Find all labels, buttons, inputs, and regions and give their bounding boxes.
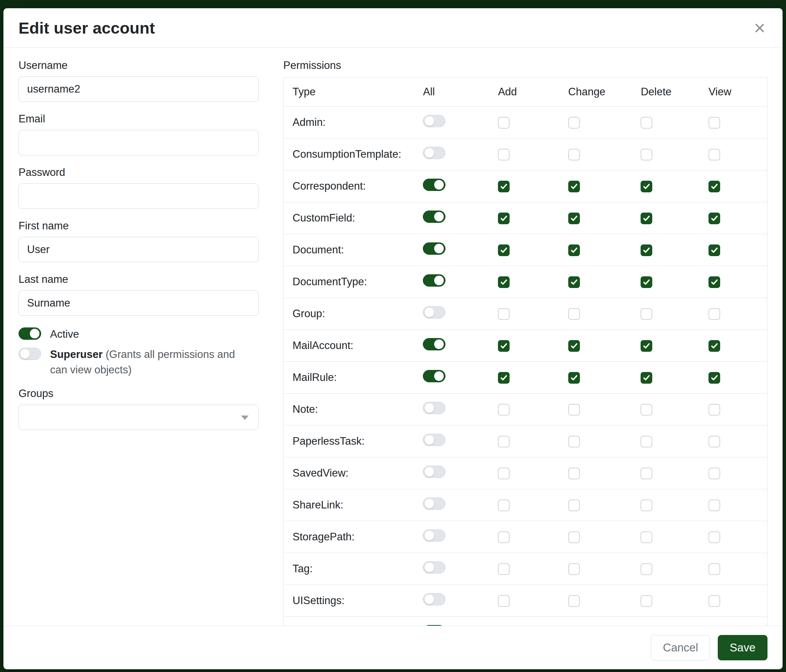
permission-add-checkbox[interactable] [498, 149, 509, 160]
permission-add-checkbox[interactable] [498, 340, 509, 352]
permission-delete-checkbox[interactable] [641, 308, 652, 320]
permission-all-toggle[interactable] [423, 338, 445, 350]
permission-row: ConsumptionTemplate: [284, 138, 767, 170]
permission-view-checkbox[interactable] [709, 117, 720, 129]
permission-view-checkbox[interactable] [709, 340, 720, 352]
permission-delete-checkbox[interactable] [641, 276, 652, 288]
permission-change-checkbox[interactable] [568, 404, 580, 416]
permission-all-toggle[interactable] [423, 529, 445, 542]
permission-all-toggle[interactable] [423, 179, 445, 191]
permission-view-checkbox[interactable] [709, 531, 720, 543]
permission-view-checkbox[interactable] [709, 308, 720, 320]
permission-add-checkbox[interactable] [498, 213, 509, 224]
permission-change-checkbox[interactable] [568, 181, 580, 192]
save-button[interactable]: Save [718, 635, 767, 660]
cancel-button[interactable]: Cancel [651, 635, 710, 660]
permission-all-toggle[interactable] [423, 625, 445, 626]
groups-select[interactable] [19, 405, 259, 430]
permission-all-toggle[interactable] [423, 466, 445, 478]
permission-change-checkbox[interactable] [568, 245, 580, 256]
permission-delete-checkbox[interactable] [641, 563, 652, 575]
permission-all-toggle[interactable] [423, 370, 445, 382]
permission-delete-checkbox[interactable] [641, 531, 652, 543]
permission-delete-checkbox[interactable] [641, 404, 652, 416]
permission-all-toggle[interactable] [423, 498, 445, 510]
permission-add-checkbox[interactable] [498, 595, 509, 607]
permission-all-toggle[interactable] [423, 402, 445, 414]
toggle-knob [424, 148, 434, 158]
permission-add-checkbox[interactable] [498, 468, 509, 479]
permission-view-checkbox[interactable] [709, 149, 720, 160]
permission-view-checkbox[interactable] [709, 595, 720, 607]
permission-change-checkbox[interactable] [568, 531, 580, 543]
permission-add-checkbox[interactable] [498, 276, 509, 288]
permission-change-checkbox[interactable] [568, 276, 580, 288]
permission-delete-checkbox[interactable] [641, 499, 652, 511]
superuser-toggle[interactable] [19, 348, 41, 360]
permission-delete-cell [632, 585, 700, 617]
permission-change-checkbox[interactable] [568, 499, 580, 511]
permission-delete-checkbox[interactable] [641, 436, 652, 447]
permission-delete-checkbox[interactable] [641, 468, 652, 479]
permission-delete-checkbox[interactable] [641, 340, 652, 352]
permission-add-checkbox[interactable] [498, 372, 509, 384]
permission-all-toggle[interactable] [423, 306, 445, 319]
permission-delete-checkbox[interactable] [641, 149, 652, 160]
permission-add-checkbox[interactable] [498, 308, 509, 320]
permission-change-checkbox[interactable] [568, 213, 580, 224]
email-input[interactable] [19, 130, 259, 155]
permission-delete-checkbox[interactable] [641, 595, 652, 607]
permission-all-toggle[interactable] [423, 210, 445, 223]
permission-change-checkbox[interactable] [568, 340, 580, 352]
permission-change-checkbox[interactable] [568, 468, 580, 479]
password-input[interactable] [19, 184, 259, 209]
first-name-input[interactable] [19, 237, 259, 262]
permission-change-checkbox[interactable] [568, 308, 580, 320]
permission-view-cell [700, 585, 767, 617]
permission-all-toggle[interactable] [423, 434, 445, 446]
close-icon[interactable]: × [752, 18, 767, 38]
permission-change-cell [559, 170, 632, 202]
permission-add-checkbox[interactable] [498, 181, 509, 192]
permission-view-checkbox[interactable] [709, 404, 720, 416]
permission-view-checkbox[interactable] [709, 372, 720, 384]
permission-view-checkbox[interactable] [709, 276, 720, 288]
permission-delete-checkbox[interactable] [641, 245, 652, 256]
permission-delete-checkbox[interactable] [641, 372, 652, 384]
permission-change-checkbox[interactable] [568, 595, 580, 607]
permission-change-checkbox[interactable] [568, 117, 580, 129]
permission-view-checkbox[interactable] [709, 213, 720, 224]
chevron-down-icon [241, 416, 248, 420]
permission-all-toggle[interactable] [423, 242, 445, 255]
permission-add-checkbox[interactable] [498, 563, 509, 575]
permission-change-checkbox[interactable] [568, 372, 580, 384]
permission-view-checkbox[interactable] [709, 468, 720, 479]
permission-all-toggle[interactable] [423, 147, 445, 159]
permission-delete-checkbox[interactable] [641, 213, 652, 224]
permission-view-checkbox[interactable] [709, 436, 720, 447]
username-input[interactable] [19, 77, 259, 102]
permission-add-checkbox[interactable] [498, 436, 509, 447]
permission-view-checkbox[interactable] [709, 499, 720, 511]
permission-all-toggle[interactable] [423, 593, 445, 606]
permission-delete-checkbox[interactable] [641, 117, 652, 129]
permission-all-toggle[interactable] [423, 115, 445, 127]
permission-all-toggle[interactable] [423, 561, 445, 574]
permission-change-checkbox[interactable] [568, 149, 580, 160]
permission-change-checkbox[interactable] [568, 563, 580, 575]
permission-add-checkbox[interactable] [498, 245, 509, 256]
permission-view-cell [700, 330, 767, 362]
toggle-knob [30, 329, 39, 338]
permission-add-checkbox[interactable] [498, 531, 509, 543]
active-toggle[interactable] [19, 327, 41, 340]
permission-view-checkbox[interactable] [709, 245, 720, 256]
permission-view-checkbox[interactable] [709, 563, 720, 575]
permission-delete-checkbox[interactable] [641, 181, 652, 192]
permission-add-checkbox[interactable] [498, 404, 509, 416]
permission-all-toggle[interactable] [423, 274, 445, 287]
permission-add-checkbox[interactable] [498, 117, 509, 129]
permission-view-checkbox[interactable] [709, 181, 720, 192]
permission-change-checkbox[interactable] [568, 436, 580, 447]
permission-add-checkbox[interactable] [498, 499, 509, 511]
last-name-input[interactable] [19, 290, 259, 316]
